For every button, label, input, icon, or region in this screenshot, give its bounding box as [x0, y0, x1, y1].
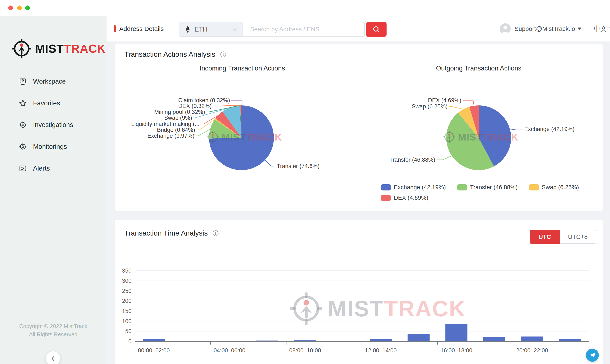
- sidebar-item-label: Workspace: [33, 78, 66, 85]
- section-title: Transaction Time Analysis: [124, 229, 208, 237]
- pie-label-line: [510, 129, 523, 130]
- pie-label-line: [436, 156, 452, 160]
- x-tick-label: 04:00–06:00: [214, 347, 245, 354]
- pie-label-line: [462, 101, 474, 106]
- app-logo-text: MISTTRACK: [35, 42, 106, 55]
- y-tick-label: 250: [122, 288, 132, 294]
- bar-12:00–14:00[interactable]: [370, 339, 392, 341]
- window-close-button[interactable]: [8, 5, 13, 10]
- y-tick-label: 150: [122, 308, 132, 314]
- pie-label: DEX (4.69%): [428, 97, 461, 104]
- page-title: Address Details: [119, 25, 164, 32]
- sidebar-item-favorites[interactable]: Favorites: [0, 95, 107, 111]
- sidebar-item-investigations[interactable]: Investigations: [0, 117, 107, 133]
- info-icon[interactable]: [220, 51, 226, 58]
- tz-utc-button[interactable]: UTC: [530, 230, 560, 244]
- sidebar-item-workspace[interactable]: Workspace: [0, 73, 107, 90]
- pie-label: Swap (9%): [164, 115, 192, 121]
- pie-label-line: [265, 160, 274, 166]
- bar-16:00–18:00[interactable]: [446, 324, 467, 341]
- y-tick-label: 300: [122, 278, 132, 284]
- page-header: Address Details ETH Support@MistTrack.i: [107, 16, 610, 42]
- pie-label: Transfer (46.88%): [389, 156, 435, 163]
- outgoing-pie-legend: Exchange (42.19%)Transfer (46.88%)Swap (…: [381, 184, 603, 201]
- search-input[interactable]: [243, 22, 364, 36]
- y-tick-label: 50: [125, 328, 132, 334]
- alerts-icon: [19, 164, 27, 173]
- misttrack-logo-icon: [12, 39, 31, 58]
- time-bar-chart: 05010015020025030035000:00–02:0004:00–06…: [115, 256, 603, 364]
- legend-label: Transfer (46.88%): [470, 184, 518, 191]
- pie-label: Exchange (42.19%): [524, 126, 574, 132]
- y-tick-label: 350: [122, 268, 132, 274]
- pie-label-line: [231, 101, 242, 105]
- section-title: Transaction Actions Analysis: [124, 50, 216, 58]
- legend-item[interactable]: Exchange (42.19%): [381, 184, 446, 191]
- chain-select[interactable]: ETH: [179, 22, 243, 36]
- copyright: Copyright © 2022 MistTrack All Rights Re…: [0, 322, 107, 338]
- sidebar: MISTTRACK Workspace Favorites Investigat…: [0, 16, 107, 364]
- account-area: Support@MistTrack.io 中文: [500, 16, 610, 41]
- sidebar-item-alerts[interactable]: Alerts: [0, 160, 107, 177]
- pie-label: Transfer (74.6%): [277, 163, 320, 169]
- sidebar-item-label: Investigations: [33, 121, 73, 129]
- telegram-button[interactable]: [586, 349, 599, 362]
- legend-label: DEX (4.69%): [394, 195, 428, 201]
- legend-label: Exchange (42.19%): [394, 184, 446, 191]
- search-icon: [372, 26, 380, 33]
- telegram-icon: [589, 352, 596, 359]
- pie-label: Liquidity market making (...: [131, 121, 200, 127]
- pie-label: DEX (0.32%): [178, 103, 212, 109]
- tz-utc8-button[interactable]: UTC+8: [560, 230, 596, 244]
- legend-label: Swap (6.25%): [542, 184, 579, 191]
- bar-00:00–02:00[interactable]: [143, 339, 165, 341]
- incoming-pie-chart: Transfer (74.6%)Exchange (9.97%)Bridge (…: [115, 70, 359, 205]
- app-logo: MISTTRACK: [12, 39, 106, 58]
- legend-swatch: [529, 184, 539, 191]
- investigations-icon: [19, 121, 27, 129]
- legend-swatch: [457, 184, 467, 191]
- sidebar-collapse-button[interactable]: [46, 351, 60, 364]
- sidebar-item-monitorings[interactable]: Monitorings: [0, 139, 107, 155]
- timezone-toggle: UTC UTC+8: [530, 230, 596, 244]
- x-tick-label: 16:00–18:00: [441, 347, 472, 354]
- pie-label: Claim token (0.32%): [178, 97, 230, 104]
- window-zoom-button[interactable]: [25, 5, 30, 10]
- title-accent-bar: [114, 25, 116, 32]
- chevron-left-icon: [50, 355, 56, 362]
- legend-swatch: [381, 195, 391, 201]
- sidebar-item-label: Favorites: [33, 100, 60, 107]
- monitorings-icon: [19, 143, 27, 151]
- legend-swatch: [381, 184, 391, 191]
- search-group: ETH: [179, 22, 365, 37]
- search-button[interactable]: [366, 22, 387, 37]
- pie-label: Bridge (0.64%): [157, 127, 195, 133]
- star-icon: [19, 99, 27, 107]
- y-tick-label: 0: [128, 338, 132, 345]
- account-caret-icon: [578, 27, 582, 30]
- workspace-icon: [19, 77, 27, 86]
- y-tick-label: 100: [122, 318, 132, 325]
- pie-label-line: [449, 106, 463, 109]
- window-titlebar: [0, 0, 610, 16]
- account-email[interactable]: Support@MistTrack.io: [515, 26, 575, 32]
- chevron-down-icon: [231, 26, 238, 33]
- legend-item[interactable]: DEX (4.69%): [381, 195, 428, 201]
- bar-18:00–20:00[interactable]: [483, 337, 505, 341]
- x-tick-label: 12:00–14:00: [365, 347, 397, 354]
- pie-label: Exchange (9.97%): [148, 133, 194, 139]
- info-icon[interactable]: [212, 230, 219, 236]
- bar-22:00–24:00[interactable]: [559, 339, 581, 341]
- avatar[interactable]: [500, 23, 511, 34]
- language-switch[interactable]: 中文: [594, 24, 607, 33]
- legend-item[interactable]: Swap (6.25%): [529, 184, 579, 191]
- x-tick-label: 20:00–22:00: [516, 347, 548, 354]
- sidebar-item-label: Monitorings: [33, 143, 67, 150]
- pie-label: Swap (6.25%): [412, 103, 447, 110]
- bar-20:00–22:00[interactable]: [521, 337, 543, 341]
- pie-label: Mining pool (0.32%): [154, 109, 205, 115]
- legend-item[interactable]: Transfer (46.88%): [457, 184, 518, 191]
- bar-14:00–16:00[interactable]: [407, 334, 430, 341]
- window-minimize-button[interactable]: [17, 5, 22, 10]
- ethereum-icon: [185, 26, 190, 33]
